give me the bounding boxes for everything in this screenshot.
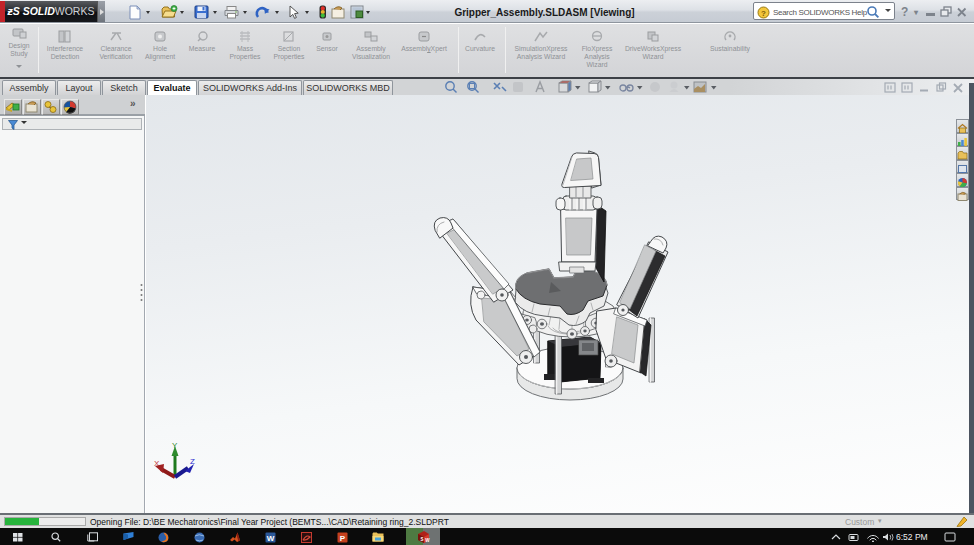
svg-text:Z: Z xyxy=(190,457,195,466)
svg-text:?: ? xyxy=(761,8,766,17)
svg-text:S: S xyxy=(421,537,424,542)
svg-text:W: W xyxy=(425,538,430,543)
svg-text:P: P xyxy=(340,533,346,542)
svg-text:W: W xyxy=(267,533,275,542)
